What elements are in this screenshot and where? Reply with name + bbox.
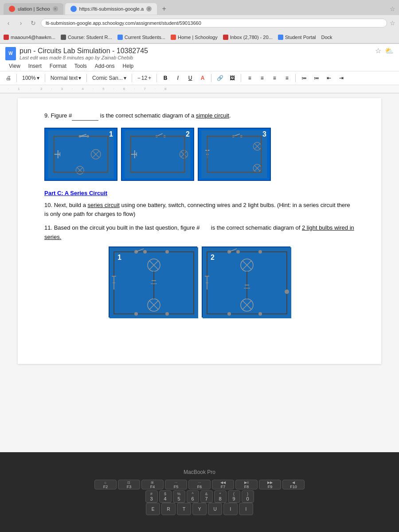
- doc-page[interactable]: 9. Figure # is the correct schematic dia…: [18, 98, 381, 364]
- star-icon[interactable]: ☆: [390, 20, 395, 27]
- bookmark-dock[interactable]: Dock: [321, 35, 332, 40]
- bookmark-portal[interactable]: Student Portal: [278, 35, 316, 40]
- svg-point-7: [87, 135, 89, 137]
- toolbar-image[interactable]: 🖼: [227, 73, 238, 83]
- f6-icon: ···: [198, 481, 201, 485]
- bookmark-label-maaoun: maaoun4@hawkm...: [11, 35, 55, 40]
- q11-underline: 2 light bulbs wired in series.: [44, 224, 354, 240]
- key-ii[interactable]: I: [239, 503, 253, 515]
- tab-add-button[interactable]: +: [159, 4, 169, 14]
- address-bar: ‹ › ↻ lti-submission-google.app.schoolog…: [0, 15, 399, 31]
- menu-addons[interactable]: Add-ons: [91, 61, 118, 71]
- q10-underline: series circuit: [88, 202, 120, 208]
- key-4-bottom: 4: [164, 496, 166, 501]
- tab-label-2: https://lti-submission-google.a: [79, 6, 144, 12]
- toolbar-underline[interactable]: U: [185, 73, 196, 83]
- tab-google-docs[interactable]: https://lti-submission-google.a ×: [65, 3, 157, 15]
- number-key-row: # 3 $ 4 % 5 ^ 6: [145, 490, 254, 503]
- f8-label: F8: [244, 485, 249, 489]
- f2-icon: ☼: [104, 481, 107, 485]
- key-r[interactable]: R: [161, 503, 176, 515]
- bookmark-icon-course: [61, 35, 66, 40]
- f4-icon: ⊞: [151, 481, 154, 485]
- toolbar-color[interactable]: A: [197, 73, 208, 83]
- toolbar-fontsize[interactable]: − 12 +: [135, 74, 153, 82]
- docs-title-bar: W pun - Circuits Lab Simulation - 103827…: [0, 44, 399, 61]
- toolbar-align-right[interactable]: ≡: [269, 73, 280, 83]
- key-4[interactable]: $ 4: [159, 490, 172, 503]
- q9-text: 9. Figure #: [44, 112, 72, 119]
- toolbar-style[interactable]: Normal text ▾: [48, 74, 83, 82]
- key-f10[interactable]: ◀ F10: [282, 480, 305, 489]
- svg-point-71: [165, 312, 169, 316]
- key-t[interactable]: T: [177, 503, 191, 515]
- toolbar-align-justify[interactable]: ≡: [282, 73, 292, 83]
- f4-label: F4: [150, 485, 155, 489]
- key-i-label: I: [230, 507, 231, 512]
- tab-close-2[interactable]: ×: [146, 6, 152, 12]
- toolbar-indent-decrease[interactable]: ⇤: [324, 73, 334, 83]
- docs-icon: W: [5, 47, 16, 60]
- bookmark-course[interactable]: Course: Student R...: [61, 35, 112, 40]
- bookmark-inbox[interactable]: Inbox (2,780) - 20...: [223, 35, 273, 40]
- key-f6[interactable]: ··· F6: [188, 480, 211, 489]
- key-f2[interactable]: ☼ F2: [94, 480, 117, 489]
- f5-label: F5: [174, 485, 179, 489]
- bookmark-maaoun[interactable]: maaoun4@hawkm...: [4, 35, 55, 40]
- circuit-images-q11: 1: [44, 246, 355, 317]
- question-11: 11. Based on the circuit you built in th…: [44, 223, 355, 242]
- bookmark-current[interactable]: Current Students...: [117, 35, 165, 40]
- q9-blank: [72, 111, 98, 121]
- key-f4[interactable]: ⊞ F4: [141, 480, 164, 489]
- key-f7[interactable]: ◀◀ F7: [212, 480, 234, 489]
- key-i[interactable]: I: [223, 503, 238, 515]
- tab-close-1[interactable]: ×: [53, 6, 58, 12]
- refresh-button[interactable]: ↻: [28, 18, 38, 28]
- key-4-top: $: [164, 492, 166, 496]
- toolbar-link[interactable]: 🔗: [215, 73, 225, 83]
- key-y[interactable]: Y: [192, 503, 207, 515]
- bookmark-star[interactable]: ☆: [390, 5, 395, 12]
- menu-view[interactable]: View: [5, 61, 24, 71]
- bookmark-home[interactable]: Home | Schoology: [171, 35, 218, 40]
- key-7[interactable]: & 7: [200, 490, 213, 503]
- key-6[interactable]: ^ 6: [187, 490, 199, 503]
- key-u[interactable]: U: [208, 503, 222, 515]
- key-e[interactable]: E: [146, 503, 160, 515]
- key-5[interactable]: % 5: [173, 490, 185, 503]
- key-f5[interactable]: ··· F5: [165, 480, 187, 489]
- key-9[interactable]: ( 9: [228, 490, 240, 503]
- f10-label: F10: [290, 485, 297, 489]
- menu-help[interactable]: Help: [119, 61, 137, 71]
- toolbar-indent-increase[interactable]: ⇥: [336, 73, 347, 83]
- minus-icon[interactable]: −: [137, 75, 141, 81]
- menu-tools[interactable]: Tools: [71, 61, 90, 71]
- key-f3[interactable]: ⊡ F3: [118, 480, 140, 489]
- key-f9[interactable]: ▶▶ F9: [259, 480, 281, 489]
- key-0[interactable]: ) 0: [242, 490, 254, 503]
- toolbar-font[interactable]: Comic San... ▾: [90, 74, 129, 82]
- tab-simulation[interactable]: ulation | Schoo ×: [4, 3, 63, 15]
- plus-icon[interactable]: +: [148, 75, 151, 81]
- menu-format[interactable]: Format: [46, 61, 70, 71]
- toolbar-align-left[interactable]: ≡: [244, 73, 255, 83]
- svg-point-90: [258, 312, 262, 316]
- back-button[interactable]: ‹: [4, 18, 13, 28]
- forward-button[interactable]: ›: [16, 18, 26, 28]
- toolbar-print[interactable]: 🖨: [4, 74, 13, 82]
- toolbar-zoom[interactable]: 100% ▾: [20, 74, 42, 82]
- macbook-pro-text: MacBook Pro: [184, 469, 215, 475]
- url-input[interactable]: lti-submission-google.app.schoology.com/…: [41, 19, 387, 27]
- star-doc-icon[interactable]: ☆: [375, 47, 381, 55]
- menu-insert[interactable]: Insert: [25, 61, 45, 71]
- circuit-series-1-svg: 1: [110, 247, 198, 318]
- svg-rect-34: [201, 130, 267, 178]
- toolbar-italic[interactable]: I: [172, 73, 183, 83]
- toolbar-list-number[interactable]: ≔: [311, 73, 322, 83]
- key-8[interactable]: * 8: [214, 490, 227, 503]
- toolbar-bold[interactable]: B: [160, 73, 171, 83]
- key-3[interactable]: # 3: [145, 490, 158, 503]
- toolbar-align-center[interactable]: ≡: [257, 73, 267, 83]
- key-f8[interactable]: ▶II F8: [235, 480, 258, 489]
- toolbar-list-bullet[interactable]: ≔: [299, 73, 309, 83]
